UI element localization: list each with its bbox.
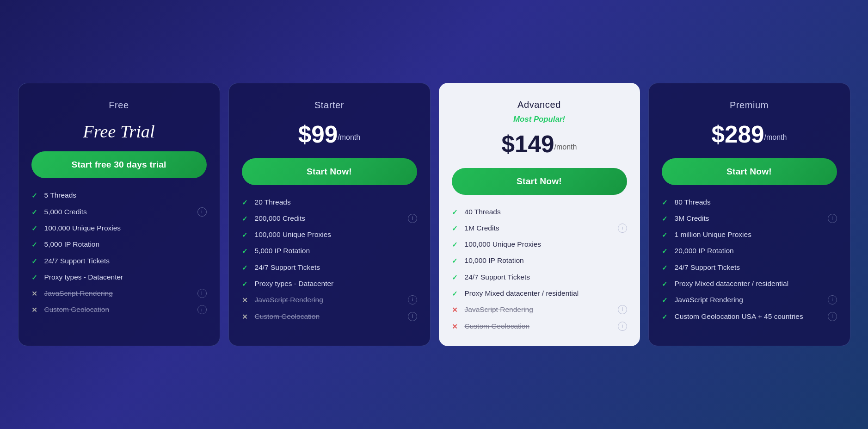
info-icon[interactable]: i bbox=[408, 312, 417, 321]
cta-button-premium[interactable]: Start Now! bbox=[662, 158, 837, 185]
info-icon[interactable]: i bbox=[618, 224, 627, 233]
info-icon[interactable]: i bbox=[828, 214, 837, 223]
info-icon[interactable]: i bbox=[197, 289, 207, 298]
list-item: ✓Proxy Mixed datacenter / residential bbox=[452, 288, 627, 298]
list-item: ✓3M Creditsi bbox=[662, 213, 837, 224]
plan-card-advanced: AdvancedMost Popular!$149/monthStart Now… bbox=[439, 83, 640, 346]
feature-cross-white-icon: ✕ bbox=[31, 289, 40, 298]
features-list-advanced: ✓40 Threads✓1M Creditsi✓100,000 Unique P… bbox=[452, 207, 627, 331]
price-block-starter: $99/month bbox=[242, 122, 417, 148]
feature-text: 80 Threads bbox=[675, 197, 837, 207]
feature-text: 24/7 Support Tickets bbox=[44, 256, 207, 266]
price-block-advanced: $149/month bbox=[452, 131, 627, 157]
feature-text: Proxy types - Datacenter bbox=[44, 272, 207, 282]
list-item: ✓20 Threads bbox=[242, 197, 417, 207]
feature-check-icon: ✓ bbox=[452, 224, 460, 233]
list-item: ✓40 Threads bbox=[452, 207, 627, 217]
feature-check-icon: ✓ bbox=[31, 240, 40, 249]
feature-check-icon: ✓ bbox=[452, 256, 460, 266]
feature-text: 200,000 Credits bbox=[255, 213, 403, 224]
features-list-free: ✓5 Threads✓5,000 Creditsi✓100,000 Unique… bbox=[31, 190, 207, 315]
feature-check-icon: ✓ bbox=[31, 256, 40, 266]
plan-card-premium: Premium$289/monthStart Now!✓80 Threads✓3… bbox=[648, 83, 850, 346]
list-item: ✕Custom Geolocationi bbox=[242, 311, 417, 322]
feature-check-icon: ✓ bbox=[242, 198, 250, 207]
feature-text: Proxy Mixed datacenter / residential bbox=[675, 279, 837, 289]
cta-button-starter[interactable]: Start Now! bbox=[242, 158, 417, 185]
feature-check-icon: ✓ bbox=[662, 295, 670, 305]
plan-name-starter: Starter bbox=[242, 100, 417, 111]
price-period-premium: /month bbox=[764, 133, 787, 141]
list-item: ✓100,000 Unique Proxies bbox=[452, 239, 627, 249]
feature-text: Custom Geolocation USA + 45 countries bbox=[675, 311, 823, 322]
price-cursive-free: Free Trial bbox=[31, 122, 207, 141]
info-icon[interactable]: i bbox=[618, 305, 627, 314]
feature-text: 100,000 Unique Proxies bbox=[44, 223, 207, 233]
feature-check-icon: ✓ bbox=[452, 273, 460, 282]
plan-name-advanced: Advanced bbox=[452, 99, 627, 110]
feature-check-icon: ✓ bbox=[662, 263, 670, 273]
feature-check-icon: ✓ bbox=[31, 224, 40, 233]
list-item: ✓1M Creditsi bbox=[452, 223, 627, 233]
feature-check-icon: ✓ bbox=[452, 289, 460, 298]
feature-text: JavaScript Rendering bbox=[255, 295, 403, 305]
info-icon[interactable]: i bbox=[197, 207, 207, 217]
info-icon[interactable]: i bbox=[408, 295, 417, 305]
list-item: ✓20,000 IP Rotation bbox=[662, 246, 837, 256]
price-period-advanced: /month bbox=[554, 143, 577, 151]
feature-check-icon: ✓ bbox=[662, 230, 670, 240]
feature-text: 5,000 Credits bbox=[44, 207, 193, 217]
feature-text: 1M Credits bbox=[465, 223, 613, 233]
list-item: ✓5,000 IP Rotation bbox=[31, 239, 207, 249]
features-list-premium: ✓80 Threads✓3M Creditsi✓1 million Unique… bbox=[662, 197, 837, 322]
feature-check-icon: ✓ bbox=[452, 207, 460, 217]
list-item: ✕Custom Geolocationi bbox=[31, 305, 207, 315]
feature-text: Custom Geolocation bbox=[255, 311, 403, 322]
list-item: ✓5 Threads bbox=[31, 190, 207, 200]
cta-button-advanced[interactable]: Start Now! bbox=[452, 168, 627, 195]
list-item: ✓100,000 Unique Proxies bbox=[31, 223, 207, 233]
feature-text: 20 Threads bbox=[255, 197, 417, 207]
feature-text: 20,000 IP Rotation bbox=[675, 246, 837, 256]
info-icon[interactable]: i bbox=[197, 305, 207, 314]
list-item: ✕JavaScript Renderingi bbox=[31, 288, 207, 298]
cta-button-free[interactable]: Start free 30 days trial bbox=[31, 151, 207, 178]
list-item: ✓5,000 IP Rotation bbox=[242, 246, 417, 256]
price-amount-premium: $289 bbox=[712, 121, 764, 148]
list-item: ✓24/7 Support Tickets bbox=[452, 272, 627, 282]
list-item: ✓24/7 Support Tickets bbox=[242, 262, 417, 273]
feature-text: Proxy Mixed datacenter / residential bbox=[465, 288, 627, 298]
feature-text: 1 million Unique Proxies bbox=[675, 230, 837, 240]
list-item: ✓200,000 Creditsi bbox=[242, 213, 417, 224]
info-icon[interactable]: i bbox=[828, 312, 837, 321]
feature-text: JavaScript Rendering bbox=[675, 295, 823, 305]
features-list-starter: ✓20 Threads✓200,000 Creditsi✓100,000 Uni… bbox=[242, 197, 417, 322]
feature-text: 10,000 IP Rotation bbox=[465, 255, 627, 266]
list-item: ✓100,000 Unique Proxies bbox=[242, 230, 417, 240]
feature-text: Proxy types - Datacenter bbox=[255, 279, 417, 289]
plan-card-starter: Starter$99/monthStart Now!✓20 Threads✓20… bbox=[228, 83, 431, 346]
feature-cross-white-icon: ✕ bbox=[242, 295, 250, 305]
feature-check-icon: ✓ bbox=[662, 312, 670, 322]
price-amount-advanced: $149 bbox=[502, 131, 554, 157]
feature-text: 24/7 Support Tickets bbox=[465, 272, 627, 282]
plan-name-free: Free bbox=[31, 100, 207, 111]
pricing-container: FreeFree TrialStart free 30 days trial✓5… bbox=[18, 83, 850, 346]
feature-text: 3M Credits bbox=[675, 213, 823, 224]
info-icon[interactable]: i bbox=[408, 214, 417, 223]
list-item: ✓10,000 IP Rotation bbox=[452, 255, 627, 266]
feature-text: 5 Threads bbox=[44, 190, 207, 200]
feature-check-icon: ✓ bbox=[31, 207, 40, 217]
price-block-premium: $289/month bbox=[662, 122, 837, 148]
feature-check-icon: ✓ bbox=[242, 246, 250, 256]
feature-check-icon: ✓ bbox=[242, 230, 250, 240]
info-icon[interactable]: i bbox=[828, 295, 837, 305]
info-icon[interactable]: i bbox=[618, 322, 627, 331]
feature-cross-white-icon: ✕ bbox=[31, 305, 40, 315]
list-item: ✓5,000 Creditsi bbox=[31, 207, 207, 217]
feature-text: JavaScript Rendering bbox=[465, 305, 613, 315]
feature-text: Custom Geolocation bbox=[465, 321, 613, 331]
feature-check-icon: ✓ bbox=[662, 198, 670, 207]
plan-name-premium: Premium bbox=[662, 100, 837, 111]
list-item: ✕JavaScript Renderingi bbox=[452, 305, 627, 315]
